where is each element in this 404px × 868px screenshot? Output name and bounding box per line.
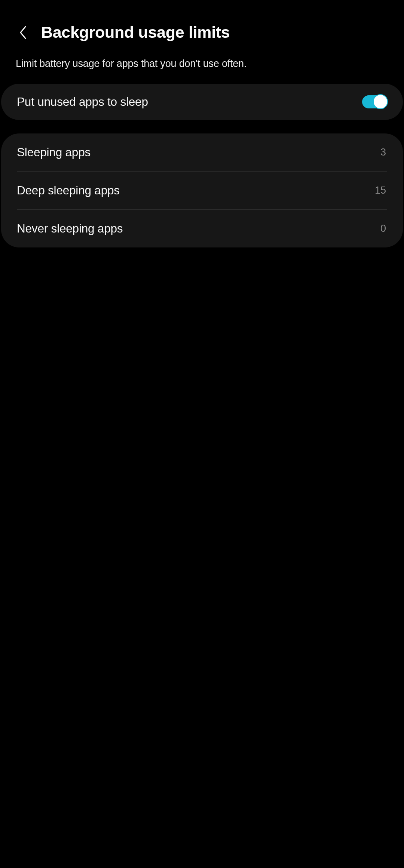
header: Background usage limits xyxy=(0,0,404,53)
put-unused-label: Put unused apps to sleep xyxy=(17,95,148,109)
never-sleeping-apps-label: Never sleeping apps xyxy=(17,222,123,236)
deep-sleeping-apps-label: Deep sleeping apps xyxy=(17,184,120,197)
sleeping-apps-value: 3 xyxy=(380,147,387,158)
never-sleeping-apps-value: 0 xyxy=(380,223,387,234)
page-title: Background usage limits xyxy=(41,23,230,41)
card-app-sleep-lists: Sleeping apps 3 Deep sleeping apps 15 Ne… xyxy=(1,133,403,247)
row-put-unused-apps-to-sleep[interactable]: Put unused apps to sleep xyxy=(1,84,403,120)
toggle-knob xyxy=(373,94,388,109)
row-sleeping-apps[interactable]: Sleeping apps 3 xyxy=(1,133,403,171)
sleeping-apps-label: Sleeping apps xyxy=(17,145,91,159)
page-subtitle: Limit battery usage for apps that you do… xyxy=(0,53,404,84)
toggle-put-unused[interactable] xyxy=(362,95,387,108)
row-never-sleeping-apps[interactable]: Never sleeping apps 0 xyxy=(1,210,403,247)
deep-sleeping-apps-value: 15 xyxy=(375,185,387,196)
row-deep-sleeping-apps[interactable]: Deep sleeping apps 15 xyxy=(1,172,403,209)
back-icon[interactable] xyxy=(16,26,30,39)
card-put-unused: Put unused apps to sleep xyxy=(1,84,403,120)
